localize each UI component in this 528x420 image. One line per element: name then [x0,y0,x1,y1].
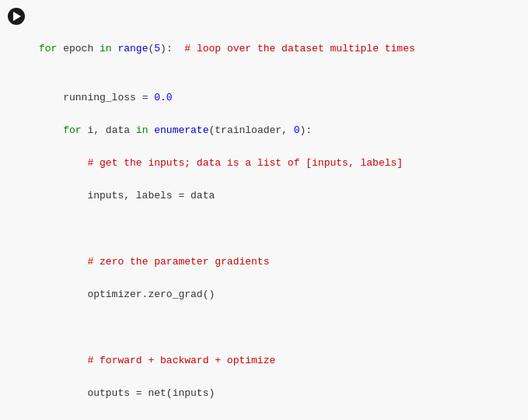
line-8: optimizer.zero_grad() [39,286,520,303]
code-block: for epoch in range(5): # loop over the d… [39,8,520,420]
line-2: running_loss = 0.0 [39,89,520,106]
line-11: outputs = net(inputs) [39,385,520,401]
code-container: for epoch in range(5): # loop over the d… [0,0,528,420]
line-1: for epoch in range(5): # loop over the d… [39,40,520,57]
line-3: for i, data in enumerate(trainloader, 0)… [39,122,520,138]
line-7: # zero the parameter gradients [39,254,520,270]
line-4: # get the inputs; data is a list of [inp… [39,155,520,171]
line-blank1 [39,221,520,237]
line-10: # forward + backward + optimize [39,352,520,369]
line-blank2 [39,319,520,335]
run-button[interactable] [8,8,25,25]
line-5: inputs, labels = data [39,187,520,204]
